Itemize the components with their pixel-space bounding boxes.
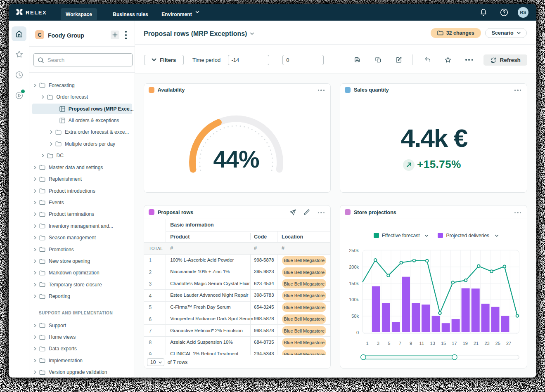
svg-text:3: 3 [377,341,379,346]
svg-text:50k: 50k [351,314,359,319]
svg-text:21: 21 [474,341,479,346]
svg-text:7: 7 [399,341,401,346]
svg-text:11: 11 [419,341,424,346]
svg-text:44%: 44% [213,146,259,172]
svg-text:25: 25 [495,341,500,346]
svg-text:5: 5 [388,341,390,346]
svg-text:200k: 200k [349,264,359,269]
svg-text:19: 19 [463,341,468,346]
svg-text:17: 17 [452,341,457,346]
svg-text:150k: 150k [349,281,359,286]
svg-text:27: 27 [506,341,511,346]
svg-text:15: 15 [441,341,446,346]
svg-text:23: 23 [484,341,489,346]
svg-text:9: 9 [410,341,412,346]
svg-text:250k: 250k [349,248,359,253]
svg-text:13: 13 [430,341,435,346]
svg-text:0: 0 [356,330,359,335]
svg-text:1: 1 [366,341,369,346]
svg-text:100k: 100k [349,297,359,302]
